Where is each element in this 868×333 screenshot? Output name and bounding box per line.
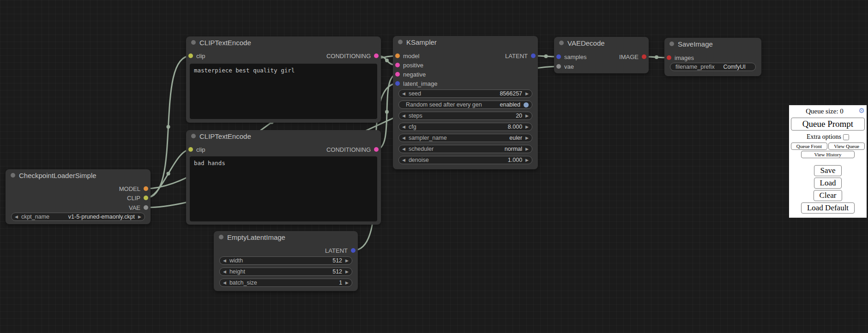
widget-label: Random seed after every gen [406,101,482,108]
widget-value: euler [450,135,522,141]
node-clip-text-encode-positive[interactable]: CLIPTextEncode clip CONDITIONING masterp… [186,36,381,123]
node-title-bar[interactable]: VAEDecode [554,37,649,49]
increment-arrow-icon[interactable]: ▶ [525,92,529,96]
steps-widget[interactable]: ◀ steps 20 ▶ [398,112,532,120]
clip-port-icon[interactable] [188,54,193,58]
latent-port-icon[interactable] [556,54,561,59]
collapse-dot-icon[interactable] [11,173,15,178]
increment-arrow-icon[interactable]: ▶ [138,215,141,219]
positive-prompt-text-input[interactable]: masterpiece best quality girl [190,64,377,119]
conditioning-port-icon[interactable] [374,147,379,152]
node-title-bar[interactable]: CLIPTextEncode [186,36,381,48]
vae-port-icon[interactable] [144,205,148,210]
node-title-bar[interactable]: SaveImage [664,38,761,50]
load-default-button[interactable]: Load Default [801,202,855,214]
widget-value: v1-5-pruned-emaonly.ckpt [53,214,135,220]
decrement-arrow-icon[interactable]: ◀ [223,259,226,263]
decrement-arrow-icon[interactable]: ◀ [402,158,405,162]
image-port-icon[interactable] [642,54,646,59]
height-widget[interactable]: ◀ height 512 ▶ [219,268,352,276]
slot-label: MODEL [119,185,140,192]
node-title-bar[interactable]: CLIPTextEncode [186,130,381,142]
load-button[interactable]: Load [814,178,842,189]
decrement-arrow-icon[interactable]: ◀ [402,136,405,140]
ckpt-name-widget[interactable]: ◀ ckpt_name v1-5-pruned-emaonly.ckpt ▶ [11,213,145,221]
decrement-arrow-icon[interactable]: ◀ [402,147,405,151]
node-clip-text-encode-negative[interactable]: CLIPTextEncode clip CONDITIONING bad han… [186,130,381,225]
clip-port-icon[interactable] [144,196,148,200]
negative-prompt-text-input[interactable]: bad hands [190,156,377,221]
extra-options-checkbox[interactable] [843,134,849,140]
conditioning-port-icon[interactable] [395,72,400,77]
conditioning-port-icon[interactable] [395,63,400,67]
collapse-dot-icon[interactable] [398,40,403,44]
decrement-arrow-icon[interactable]: ◀ [15,215,18,219]
increment-arrow-icon[interactable]: ▶ [525,114,529,118]
vae-port-icon[interactable] [556,64,561,69]
conditioning-port-icon[interactable] [374,54,379,58]
decrement-arrow-icon[interactable]: ◀ [402,125,405,129]
latent-port-icon[interactable] [395,81,400,86]
increment-arrow-icon[interactable]: ▶ [525,125,529,129]
widget-label: steps [409,113,422,119]
node-save-image[interactable]: SaveImage images filename_prefix ComfyUI [664,38,761,76]
queue-prompt-button[interactable]: Queue Prompt [791,118,865,131]
slot-label: clip [196,53,205,59]
filename-prefix-widget[interactable]: filename_prefix ComfyUI [670,63,756,71]
widget-value: 20 [426,113,522,119]
node-vae-decode[interactable]: VAEDecode samples vae IMAGE [554,37,649,73]
slot-label: samples [564,54,586,60]
widget-value: enabled [485,101,520,108]
latent-port-icon[interactable] [351,248,356,253]
settings-gear-icon[interactable]: ⚙ [859,107,865,115]
slot-label: LATENT [505,53,528,59]
width-widget[interactable]: ◀ width 512 ▶ [219,256,352,265]
toggle-on-icon[interactable] [524,102,529,107]
node-checkpoint-loader[interactable]: CheckpointLoaderSimple MODEL CLIP VAE ◀ … [6,169,151,224]
clip-port-icon[interactable] [188,147,193,152]
widget-value: 1.000 [432,157,522,163]
increment-arrow-icon[interactable]: ▶ [525,136,529,140]
increment-arrow-icon[interactable]: ▶ [345,281,349,285]
view-queue-button[interactable]: View Queue [828,143,865,150]
model-port-icon[interactable] [395,54,400,58]
seed-widget[interactable]: ◀ seed 8566257 ▶ [398,89,532,98]
random-seed-toggle-widget[interactable]: Random seed after every gen enabled [398,101,532,109]
scheduler-widget[interactable]: ◀ scheduler normal ▶ [398,145,532,153]
widget-label: denoise [409,157,429,163]
collapse-dot-icon[interactable] [669,42,674,46]
collapse-dot-icon[interactable] [559,41,564,45]
input-slot-latent-image: latent_image [395,79,437,88]
node-title-bar[interactable]: CheckpointLoaderSimple [6,169,151,181]
decrement-arrow-icon[interactable]: ◀ [223,270,226,274]
sampler-name-widget[interactable]: ◀ sampler_name euler ▶ [398,134,532,142]
clear-button[interactable]: Clear [814,190,843,201]
collapse-dot-icon[interactable] [191,134,196,138]
decrement-arrow-icon[interactable]: ◀ [223,281,226,285]
node-title-bar[interactable]: KSampler [393,36,538,48]
node-empty-latent-image[interactable]: EmptyLatentImage LATENT ◀ width 512 ▶ ◀ … [214,231,358,291]
queue-front-button[interactable]: Queue Front [791,143,827,150]
image-port-icon[interactable] [667,55,671,60]
collapse-dot-icon[interactable] [191,40,196,45]
collapse-dot-icon[interactable] [219,235,223,239]
denoise-widget[interactable]: ◀ denoise 1.000 ▶ [398,156,532,164]
node-title-bar[interactable]: EmptyLatentImage [214,231,358,243]
cfg-widget[interactable]: ◀ cfg 8.000 ▶ [398,123,532,131]
increment-arrow-icon[interactable]: ▶ [345,270,349,274]
view-history-button[interactable]: View History [801,151,854,158]
comfy-menu-panel: Queue size: 0 ⚙ Queue Prompt Extra optio… [789,105,867,218]
model-port-icon[interactable] [144,186,148,191]
node-title: CLIPTextEncode [199,39,251,47]
decrement-arrow-icon[interactable]: ◀ [402,114,405,118]
node-ksampler[interactable]: KSampler model positive negative latent_… [393,36,538,169]
input-slot-vae: vae [556,62,574,71]
latent-port-icon[interactable] [531,54,536,58]
increment-arrow-icon[interactable]: ▶ [345,259,349,263]
decrement-arrow-icon[interactable]: ◀ [402,92,405,96]
increment-arrow-icon[interactable]: ▶ [525,147,529,151]
increment-arrow-icon[interactable]: ▶ [525,158,529,162]
widget-label: batch_size [229,279,257,286]
save-button[interactable]: Save [814,165,841,176]
batch-size-widget[interactable]: ◀ batch_size 1 ▶ [219,279,352,287]
